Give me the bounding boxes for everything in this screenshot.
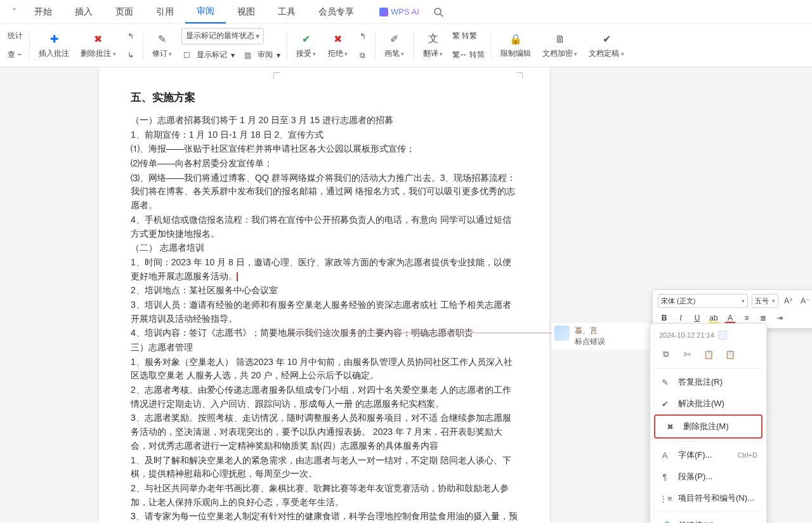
reply-comment-item[interactable]: ✎ 答复批注(R) — [650, 371, 766, 393]
tab-insert[interactable]: 插入 — [63, 1, 104, 23]
doc-paragraph: 1、及时了解和解决空巢老人的紧急需求，由志愿者与老人一对一结对，不定期 陪同老人… — [131, 454, 518, 481]
tabs-chevron[interactable]: ˅ — [5, 7, 23, 17]
comment-card[interactable]: 慕、言 标点错误 — [552, 323, 653, 350]
display-state-select[interactable]: 显示标记的最终状态 — [181, 28, 264, 44]
cut-icon[interactable]: ✄ — [681, 348, 693, 361]
doc-paragraph: ⑶、网络——我们将通过博客、QQ 群等网络媒介将我们的活动大力推广出去。3、现场… — [131, 171, 518, 213]
accept-icon: ✔ — [299, 32, 313, 46]
to-simplified-button[interactable]: 繁↔ 转简 — [452, 47, 485, 63]
doc-paragraph: 4、培训内容：签订《志愿书》；简要地展示我们这次服务的主要内容；明确志愿者职责 — [131, 326, 518, 340]
paragraph-dialog-label: 段落(P)... — [678, 471, 712, 482]
track-changes-button[interactable]: ✎ 修订 — [150, 31, 175, 60]
translate-icon: 文 — [426, 32, 440, 46]
translate-label: 翻译 — [423, 48, 443, 59]
accept-button[interactable]: ✔ 接受 — [294, 31, 319, 60]
bullets-dialog-item[interactable]: ⋮≡ 项目符号和编号(N)... — [650, 487, 766, 509]
tab-view[interactable]: 视图 — [226, 1, 266, 23]
context-menu-meta: 2024-10-12 21:14 — [650, 328, 766, 343]
review-pane-button[interactable]: ▥审阅 ▾ — [242, 47, 280, 63]
tab-start[interactable]: 开始 — [23, 1, 63, 23]
tab-page[interactable]: 页面 — [104, 1, 145, 23]
grow-font-button[interactable]: A⁺ — [782, 295, 795, 307]
search-icon[interactable] — [432, 6, 445, 18]
translate-button[interactable]: 文 翻译 — [421, 31, 446, 60]
reply-comment-icon: ✎ — [659, 378, 671, 387]
doc-paragraph: （二） 志愿者培训 — [131, 241, 518, 255]
doc-paragraph: 三）志愿者管理 — [131, 341, 518, 355]
prev-comment-icon: ↰ — [125, 32, 136, 41]
comment-meta-icon — [718, 331, 727, 340]
doc-paragraph: 4、手机短信或微信报名流程：我们将在宣传中公开招募负责人的电话，有意向 同学可以… — [131, 213, 518, 241]
hyperlink-icon: 🔗 — [659, 521, 671, 524]
stats-label: 统计 — [8, 30, 23, 41]
show-markup-icon: ☐ — [181, 51, 193, 60]
resolve-comment-item[interactable]: ✔ 解决批注(W) — [650, 393, 766, 414]
restrict-edit-button[interactable]: 🔒 限制编辑 — [498, 31, 534, 60]
compare-button[interactable]: ⧉ — [357, 47, 369, 63]
delete-comment-item-icon: ✖ — [664, 422, 676, 432]
compare-icon: ⧉ — [357, 51, 369, 60]
italic-button[interactable]: I — [674, 312, 687, 324]
restrict-edit-label: 限制编辑 — [501, 48, 531, 59]
reject-button[interactable]: ✖ 拒绝 — [325, 31, 351, 60]
pen-icon: ✐ — [388, 32, 402, 46]
track-changes-label: 修订 — [152, 48, 173, 59]
encrypt-button[interactable]: 🗎 文档加密 — [540, 31, 580, 60]
show-markup-button[interactable]: ☐显示标记 ▾ — [181, 47, 235, 63]
highlight-button[interactable]: ab — [707, 312, 720, 324]
font-family-select[interactable]: 宋体 (正文) — [658, 294, 748, 308]
font-dialog-item[interactable]: A 字体(F)... Ctrl+D — [650, 444, 766, 466]
tab-member[interactable]: 会员专享 — [307, 1, 365, 23]
comment-body: 标点错误 — [575, 336, 605, 347]
insert-comment-button[interactable]: ✚ 插入批注 — [36, 31, 72, 60]
doc-paragraph: 3、培训人员：邀请有经验的老师和有服务空巢老人服务经验的资深志愿者或社 工给予相… — [131, 298, 518, 326]
prev-change-button[interactable]: ↰ — [357, 28, 369, 44]
underline-button[interactable]: U — [691, 312, 704, 324]
delete-comment-item-label: 删除批注(M) — [683, 421, 729, 432]
indent-button[interactable]: ⇥ — [773, 312, 786, 324]
doc-paragraph: 2、与社区共同举办老年书画比赛、象棋比赛、歌舞比赛等老年友谊竞赛活动，协助和鼓励… — [131, 482, 518, 509]
menu-tab-bar: ˅ 开始 插入 页面 引用 审阅 视图 工具 会员专享 WPS AI — [0, 0, 812, 24]
doc-paragraph: 2、志愿者考核。由爱心传递志愿者服务队组成专门小组，对四十名关爱空巢老 人的志愿… — [131, 383, 518, 411]
tab-review[interactable]: 审阅 — [185, 1, 226, 23]
delete-comment-button[interactable]: ✖ 删除批注 — [78, 31, 119, 60]
tab-reference[interactable]: 引用 — [145, 1, 185, 23]
insert-comment-icon: ✚ — [47, 32, 61, 46]
restrict-edit-icon: 🔒 — [509, 32, 523, 46]
finalize-button[interactable]: ✔ 文档定稿 — [586, 31, 627, 60]
doc-paragraph: 1、时间：2023 年 10 月 8 日，邀请心理、医疗、家政等方面的专家为志愿… — [131, 256, 518, 283]
workspace: 五、实施方案 （一）志愿者招募我们将于 1 月 20 日至 3 月 15 进行志… — [0, 67, 812, 523]
prev-change-icon: ↰ — [357, 32, 369, 41]
context-menu-clipboard-row: ⧉ ✄ 📋 📋 — [650, 343, 766, 366]
to-traditional-button[interactable]: 繁 转繁 — [452, 28, 485, 44]
prev-comment-button[interactable]: ↰ — [125, 28, 136, 44]
doc-paragraph: 2、培训地点：某社区服务中心会议室 — [131, 284, 518, 298]
font-size-select[interactable]: 五号 — [752, 294, 778, 308]
bullets-dialog-icon: ⋮≡ — [659, 494, 671, 503]
resolve-comment-label: 解决批注(W) — [678, 398, 724, 409]
check-button[interactable]: 查 ~ — [8, 47, 23, 63]
stats-button[interactable]: 统计 — [8, 28, 23, 44]
copy-icon[interactable]: ⧉ — [659, 348, 672, 361]
finalize-icon: ✔ — [599, 32, 613, 46]
tab-tools[interactable]: 工具 — [266, 1, 307, 23]
context-menu: 2024-10-12 21:14 ⧉ ✄ 📋 📋 ✎ 答复批注(R) ✔ 解决批… — [650, 323, 767, 523]
resolve-comment-icon: ✔ — [659, 399, 671, 409]
bold-button[interactable]: B — [658, 312, 671, 324]
next-comment-button[interactable]: ↳ — [125, 47, 136, 63]
pen-button[interactable]: ✐ 画笔 — [382, 31, 407, 60]
hyperlink-item[interactable]: 🔗 超链接(H)... Ctrl+K — [650, 515, 766, 523]
document-page[interactable]: 五、实施方案 （一）志愿者招募我们将于 1 月 20 日至 3 月 15 进行志… — [99, 67, 549, 523]
comment-avatar — [554, 326, 570, 341]
pen-label: 画笔 — [384, 48, 405, 59]
paragraph-dialog-item[interactable]: ¶ 段落(P)... — [650, 466, 766, 487]
paste-special-icon[interactable]: 📋 — [724, 348, 737, 361]
delete-comment-item[interactable]: ✖ 删除批注(M) — [655, 416, 761, 437]
wps-ai-button[interactable]: WPS AI — [373, 3, 426, 20]
doc-paragraph: （一）志愿者招募我们将于 1 月 20 日至 3 月 15 进行志愿者的招募 — [131, 114, 518, 128]
align-button[interactable]: ≣ — [757, 312, 769, 324]
line-spacing-button[interactable]: ≡ — [740, 312, 753, 324]
font-color-button[interactable]: A — [724, 312, 737, 324]
shrink-font-button[interactable]: A⁻ — [799, 295, 811, 307]
paste-icon[interactable]: 📋 — [702, 348, 715, 361]
